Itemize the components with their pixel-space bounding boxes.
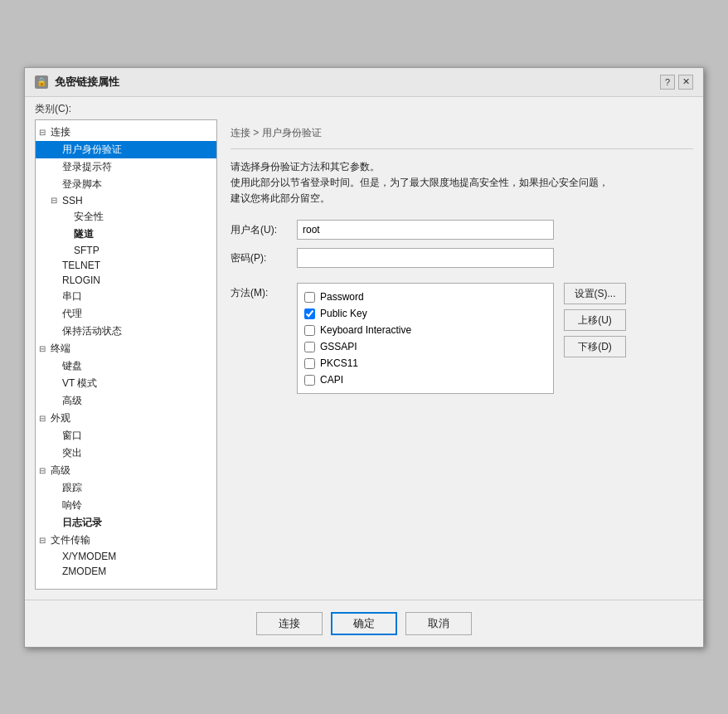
method-item-password[interactable]: Password [304,289,546,305]
method-buttons: 设置(S)... 上移(U) 下移(D) [564,283,626,357]
username-label: 用户名(U): [231,223,297,237]
tree-label-tunnel: 隧道 [74,227,94,241]
method-label-pkcs11: PKCS11 [320,357,358,369]
desc-line3: 建议您将此部分留空。 [231,191,693,206]
method-item-pkcs11[interactable]: PKCS11 [304,355,546,372]
desc-line2: 使用此部分以节省登录时间。但是，为了最大限度地提高安全性，如果担心安全问题， [231,175,693,191]
tree-label-sftp: SFTP [74,245,99,256]
tree-label-terminal: 终端 [51,342,70,356]
tree-label-log: 日志记录 [62,516,102,530]
tree-item-file-transfer[interactable]: ⊟文件传输 [36,532,216,549]
method-label-keyboard-interactive: Keyboard Interactive [320,324,411,336]
tree-item-tunnel[interactable]: 隧道 [36,226,216,243]
tree-item-login-script[interactable]: 登录脚本 [36,176,216,193]
breadcrumb: 连接 > 用户身份验证 [231,119,693,149]
tree-item-protrude[interactable]: 突出 [36,444,216,462]
tree-label-vt-mode: VT 模式 [62,376,97,391]
tree-label-login-hint: 登录提示符 [62,160,112,174]
tree-item-serial[interactable]: 串口 [36,288,216,305]
method-label: 方法(M): [231,283,297,300]
password-label: 密码(P): [231,251,297,265]
tree-item-vt-mode[interactable]: VT 模式 [36,375,216,392]
username-row: 用户名(U): [231,220,693,240]
tree-item-keepalive[interactable]: 保持活动状态 [36,323,216,340]
method-section: 方法(M): PasswordPublic KeyKeyboard Intera… [231,283,693,394]
method-list: PasswordPublic KeyKeyboard InteractiveGS… [297,283,554,394]
tree-item-advanced2[interactable]: ⊟高级 [36,462,216,479]
close-button[interactable]: ✕ [678,75,693,90]
tree-label-advanced: 高级 [62,394,82,408]
tree-item-rlogin[interactable]: RLOGIN [36,273,216,288]
tree-item-bell[interactable]: 响铃 [36,497,216,514]
tree-panel: ⊟连接用户身份验证登录提示符登录脚本⊟SSH安全性隧道SFTPTELNETRLO… [35,119,217,590]
tree-item-sftp[interactable]: SFTP [36,243,216,258]
tree-label-xymodem: X/YMODEM [62,551,116,562]
help-button[interactable]: ? [660,75,675,90]
tree-expander-file-transfer: ⊟ [39,536,51,545]
method-item-keyboard-interactive[interactable]: Keyboard Interactive [304,322,546,338]
tree-label-security: 安全性 [74,210,104,224]
dialog-footer: 连接 确定 取消 [25,600,703,647]
main-dialog: 🔒 免密链接属性 ? ✕ 类别(C): ⊟连接用户身份验证登录提示符登录脚本⊟S… [24,67,704,648]
tree-label-protrude: 突出 [62,446,82,460]
tree-expander-connect: ⊟ [39,128,51,137]
tree-label-window: 窗口 [62,429,82,443]
tree-item-window[interactable]: 窗口 [36,427,216,444]
tree-item-login-hint[interactable]: 登录提示符 [36,158,216,176]
tree-item-telnet[interactable]: TELNET [36,258,216,273]
tree-item-connect[interactable]: ⊟连接 [36,124,216,141]
tree-label-proxy: 代理 [62,307,82,321]
method-checkbox-keyboard-interactive[interactable] [304,325,315,336]
method-item-gssapi[interactable]: GSSAPI [304,338,546,355]
tree-item-terminal[interactable]: ⊟终端 [36,340,216,357]
cancel-button[interactable]: 取消 [405,612,472,635]
tree-item-appearance[interactable]: ⊟外观 [36,410,216,427]
method-checkbox-pkcs11[interactable] [304,358,315,369]
desc-line1: 请选择身份验证方法和其它参数。 [231,159,693,175]
tree-item-trace[interactable]: 跟踪 [36,479,216,497]
tree-item-security[interactable]: 安全性 [36,208,216,226]
tree-label-telnet: TELNET [62,260,100,271]
tree-label-rlogin: RLOGIN [62,274,100,286]
method-label-public-key: Public Key [320,308,367,319]
move-down-button[interactable]: 下移(D) [564,336,626,357]
ok-button[interactable]: 确定 [331,612,397,635]
method-item-capi[interactable]: CAPI [304,372,546,388]
tree-item-xymodem[interactable]: X/YMODEM [36,549,216,564]
settings-button[interactable]: 设置(S)... [564,283,626,304]
tree-label-zmodem: ZMODEM [62,566,106,577]
connect-button[interactable]: 连接 [256,612,323,635]
tree-label-trace: 跟踪 [62,481,82,495]
method-item-public-key[interactable]: Public Key [304,305,546,322]
tree-label-keepalive: 保持活动状态 [62,324,122,338]
move-up-button[interactable]: 上移(U) [564,309,626,331]
title-bar-buttons: ? ✕ [660,75,693,90]
tree-label-keyboard: 键盘 [62,359,82,373]
method-right: PasswordPublic KeyKeyboard InteractiveGS… [297,283,626,394]
method-checkbox-gssapi[interactable] [304,342,315,352]
username-input[interactable] [297,220,554,240]
tree-label-user-auth: 用户身份验证 [62,143,122,157]
tree-label-ssh: SSH [62,195,83,206]
tree-label-bell: 响铃 [62,498,82,512]
tree-item-keyboard[interactable]: 键盘 [36,357,216,375]
title-bar-left: 🔒 免密链接属性 [35,75,119,90]
tree-label-serial: 串口 [62,289,82,304]
tree-label-appearance: 外观 [51,411,70,425]
category-label: 类别(C): [25,97,703,119]
title-bar: 🔒 免密链接属性 ? ✕ [25,68,703,97]
tree-item-ssh[interactable]: ⊟SSH [36,193,216,208]
tree-expander-terminal: ⊟ [39,344,51,353]
tree-item-user-auth[interactable]: 用户身份验证 [36,141,216,158]
method-checkbox-password[interactable] [304,292,315,303]
password-input[interactable] [297,248,554,268]
tree-label-connect: 连接 [51,125,70,139]
tree-item-proxy[interactable]: 代理 [36,305,216,323]
tree-expander-ssh: ⊟ [51,196,62,205]
method-label-password: Password [320,291,364,303]
method-checkbox-capi[interactable] [304,375,315,386]
method-checkbox-public-key[interactable] [304,308,315,319]
tree-item-zmodem[interactable]: ZMODEM [36,564,216,579]
tree-item-advanced[interactable]: 高级 [36,392,216,410]
tree-item-log[interactable]: 日志记录 [36,514,216,532]
